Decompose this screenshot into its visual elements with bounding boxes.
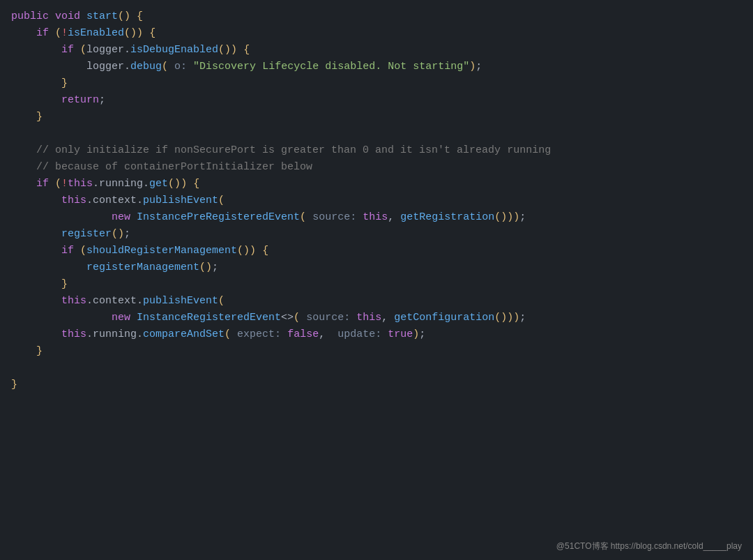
paren: () — [112, 226, 124, 243]
code-line: if (logger.isDebugEnabled()) { — [11, 42, 742, 59]
code-text: logger. — [11, 59, 130, 75]
method-name: shouldRegisterManagement — [86, 243, 237, 259]
keyword: true — [388, 326, 413, 343]
keyword: if — [61, 243, 80, 259]
method-name: get — [149, 176, 168, 192]
brace: { — [149, 25, 155, 42]
code-text — [11, 243, 61, 259]
paren: ( — [300, 209, 306, 226]
method-name: publishEvent — [143, 192, 218, 209]
code-line: } — [11, 109, 742, 126]
paren: ) — [507, 209, 513, 226]
class-name: InstancePreRegisteredEvent — [137, 209, 300, 226]
keyword: false — [287, 326, 319, 343]
code-text — [11, 75, 61, 92]
code-text: .context. — [86, 293, 143, 310]
semicolon: ; — [124, 226, 130, 243]
semicolon: ; — [419, 326, 425, 343]
code-text: .context. — [86, 192, 143, 209]
code-text: , — [319, 326, 337, 343]
keyword: if — [36, 25, 55, 42]
method-name: isEnabled — [68, 25, 124, 42]
code-line: registerManagement(); — [11, 259, 742, 276]
code-text — [350, 310, 356, 326]
paren: () — [237, 243, 250, 259]
semicolon: ; — [212, 259, 218, 276]
method-name: compareAndSet — [143, 326, 225, 343]
method-name: registerManagement — [86, 259, 199, 276]
paren: ( — [218, 192, 225, 209]
brace: } — [11, 377, 17, 393]
param-label: o: — [174, 59, 187, 75]
code-text: , — [388, 209, 400, 226]
code-text — [281, 326, 287, 343]
code-line: } — [11, 377, 742, 393]
code-line: logger.debug( o: "Discovery Lifecycle di… — [11, 59, 742, 75]
code-text — [11, 259, 86, 276]
paren: ( — [55, 176, 61, 192]
code-text: , — [381, 310, 394, 326]
brace: { — [262, 243, 268, 259]
code-line: } — [11, 75, 742, 92]
paren: ( — [55, 25, 61, 42]
code-text — [11, 209, 112, 226]
keyword: if — [61, 42, 80, 59]
code-line: if (!isEnabled()) { — [11, 25, 742, 42]
code-editor: public void start() { if (!isEnabled()) … — [0, 0, 753, 560]
comment: // because of containerPortInitializer b… — [36, 159, 312, 176]
code-line: if (shouldRegisterManagement()) { — [11, 243, 742, 259]
code-text: .running. — [86, 326, 143, 343]
code-text — [11, 226, 61, 243]
code-line: } — [11, 276, 742, 293]
code-text — [187, 59, 193, 75]
paren: ( — [118, 8, 124, 25]
param-label: source: — [306, 310, 350, 326]
blog-url: https://blog.csdn.net/cold_____play — [611, 541, 742, 551]
code-text — [11, 25, 36, 42]
param-label: update: — [337, 326, 381, 343]
code-text — [11, 343, 36, 360]
keyword: return — [61, 92, 99, 109]
code-line: // because of containerPortInitializer b… — [11, 159, 742, 176]
brace: { — [137, 8, 143, 25]
paren: ( — [162, 59, 168, 75]
code-line: new InstancePreRegisteredEvent( source: … — [11, 209, 742, 226]
operator: ! — [61, 176, 68, 192]
brace: } — [61, 276, 68, 293]
keyword: new — [112, 310, 137, 326]
keyword: this — [68, 176, 93, 192]
keyword: this — [61, 192, 86, 209]
code-text — [231, 326, 237, 343]
brace: } — [61, 75, 68, 92]
paren: ) — [513, 310, 519, 326]
code-line — [11, 360, 742, 377]
keyword: this — [61, 293, 86, 310]
code-line: public void start() { — [11, 8, 742, 25]
method-name: register — [61, 226, 112, 243]
paren: ( — [294, 310, 300, 326]
code-text — [11, 326, 61, 343]
code-text — [187, 176, 193, 192]
code-line — [11, 126, 742, 142]
code-text — [168, 59, 174, 75]
brace: } — [36, 109, 43, 126]
code-text — [130, 8, 137, 25]
paren: ) — [124, 8, 130, 25]
code-text — [11, 109, 36, 126]
keyword: if — [36, 176, 55, 192]
paren: ( — [80, 243, 86, 259]
keyword: public — [11, 8, 55, 25]
code-text — [11, 42, 61, 59]
code-text — [11, 159, 36, 176]
code-line: this.context.publishEvent( — [11, 293, 742, 310]
code-line: if (!this.running.get()) { — [11, 176, 742, 192]
code-text — [11, 310, 112, 326]
class-name: InstanceRegisteredEvent — [137, 310, 281, 326]
code-text: logger. — [86, 42, 130, 59]
watermark-handle: @51CTO博客 — [556, 541, 609, 551]
operator: ! — [61, 25, 68, 42]
method-name: isDebugEnabled — [130, 42, 218, 59]
paren: ) — [507, 310, 513, 326]
semicolon: ; — [519, 310, 526, 326]
paren: ) — [181, 176, 187, 192]
